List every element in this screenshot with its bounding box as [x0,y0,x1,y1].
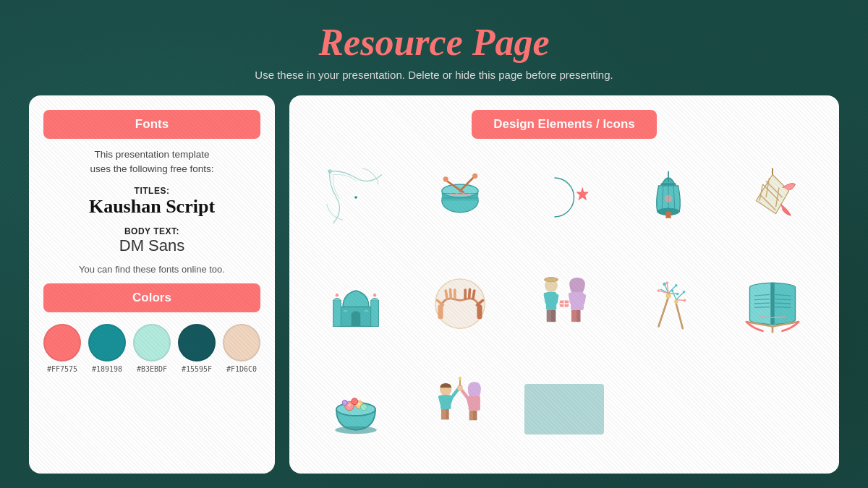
svg-point-56 [665,281,668,284]
svg-rect-88 [441,409,445,419]
svg-point-83 [335,426,377,434]
fonts-note: You can find these fonts online too. [43,264,260,275]
svg-point-64 [684,299,686,301]
colors-badge: Colors [43,283,260,312]
svg-point-79 [360,404,367,411]
svg-point-62 [671,289,674,292]
content-row: Fonts This presentation templateuses the… [29,95,839,474]
color-swatch: #B3EBDF [133,324,171,373]
icon-handshake [411,253,509,353]
svg-point-19 [665,195,673,203]
icon-quran [723,253,822,353]
icon-corner-ornament [307,147,405,247]
body-font-block: BODY TEXT: DM Sans [43,226,260,255]
icon-drum [411,147,509,247]
svg-point-82 [358,403,361,406]
svg-line-68 [754,299,770,299]
svg-line-70 [754,307,770,307]
svg-rect-31 [547,310,551,322]
icon-bowl-sweets [307,359,405,459]
svg-point-53 [675,284,678,287]
svg-line-90 [452,388,459,397]
icon-family-giving [515,253,613,353]
svg-rect-65 [770,283,774,325]
fonts-description: This presentation templateuses the follo… [43,147,260,177]
svg-point-78 [352,398,358,405]
svg-rect-32 [551,310,556,322]
svg-rect-39 [571,310,576,322]
page-title: Resource Page [255,22,613,63]
svg-point-54 [676,292,679,295]
right-panel: Design Elements / Icons [289,95,839,474]
body-font-label: BODY TEXT: [43,226,260,236]
svg-line-59 [672,291,676,300]
svg-rect-22 [333,300,341,326]
svg-rect-24 [371,300,379,326]
svg-point-45 [665,293,671,298]
color-swatch: #F1D6C0 [223,324,260,373]
color-swatch: #FF7575 [43,324,81,373]
svg-rect-17 [665,212,671,218]
svg-point-80 [342,400,347,405]
svg-point-25 [373,294,377,297]
title-font-block: TITLES: Kaushan Script [43,186,260,218]
svg-rect-40 [576,310,580,322]
fonts-badge: Fonts [43,110,260,139]
icon-lantern [619,147,718,247]
icon-children-celebrating [411,359,509,459]
svg-point-52 [663,282,666,286]
color-swatch-rect [524,384,604,435]
svg-point-8 [443,177,448,182]
icon-mosque [307,253,405,353]
icon-crescent-star [515,147,613,247]
icon-ketupat [723,147,822,247]
svg-line-69 [754,303,770,304]
color-swatch: #15595F [178,324,216,373]
svg-line-44 [659,297,669,327]
swatch-label: #189198 [92,365,122,373]
design-badge: Design Elements / Icons [472,110,657,139]
swatch-circle [88,324,126,361]
icon-empty [619,359,718,459]
icon-sparklers [619,253,718,353]
colors-grid: #FF7575#189198#B3EBDF#15595F#F1D6C0 [43,324,260,373]
page-subtitle: Use these in your presentation. Delete o… [255,69,613,81]
svg-rect-34 [546,278,556,281]
page-header: Resource Page Use these in your presenta… [255,22,613,81]
left-panel: Fonts This presentation templateuses the… [29,95,275,474]
svg-point-10 [472,174,477,179]
svg-rect-89 [445,409,448,419]
svg-point-23 [336,294,339,297]
svg-line-72 [775,299,791,299]
svg-point-0 [328,170,331,174]
title-font-name: Kaushan Script [43,196,260,218]
swatch-circle [223,324,260,361]
svg-point-55 [658,289,660,292]
svg-rect-101 [473,411,477,421]
svg-point-105 [459,378,461,381]
body-font-name: DM Sans [43,236,260,255]
svg-line-73 [775,303,791,304]
swatch-circle [133,324,171,361]
swatch-circle [178,324,216,361]
svg-line-74 [775,307,791,307]
swatch-label: #FF7575 [47,365,77,373]
svg-line-102 [461,390,468,398]
title-font-label: TITLES: [43,186,260,196]
svg-rect-100 [469,411,473,421]
svg-marker-11 [576,188,588,200]
swatch-label: #B3EBDF [137,365,167,373]
svg-point-103 [457,385,462,390]
swatch-circle [43,324,81,361]
swatch-label: #15595F [182,365,212,373]
svg-line-57 [676,304,683,328]
color-swatch: #189198 [88,324,126,373]
svg-point-1 [354,197,357,200]
svg-point-63 [683,291,686,294]
swatch-label: #F1D6C0 [226,365,257,373]
svg-point-81 [348,404,351,407]
icon-color-block [515,359,613,459]
icons-grid [307,147,822,459]
